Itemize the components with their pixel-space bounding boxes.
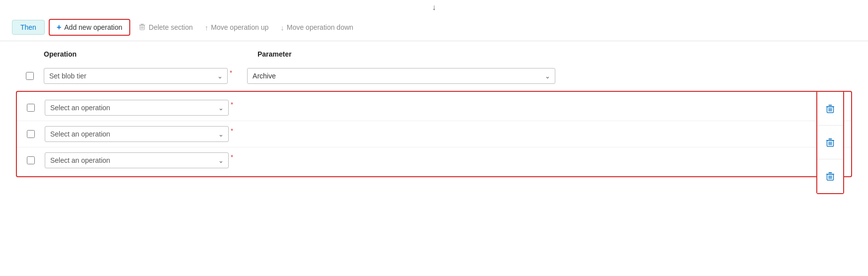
row-1-checkbox[interactable] [26, 72, 34, 80]
row-3-operation-select-container: Select an operation Set blob tier Delete… [45, 126, 229, 142]
move-up-button[interactable]: ↑ Move operation up [201, 21, 272, 34]
add-operation-button[interactable]: + Add new operation [49, 19, 130, 36]
col-parameter-header: Parameter [258, 50, 292, 58]
column-headers: Operation Parameter [16, 50, 852, 63]
page-wrapper: ↓ Then + Add new operation Delete sectio… [0, 0, 868, 276]
row-2-operation-select[interactable]: Select an operation Set blob tier Delete… [45, 100, 229, 116]
arrow-down-icon: ↓ [280, 23, 284, 32]
move-down-label: Move operation down [287, 23, 353, 31]
row-2-checkbox[interactable] [27, 104, 35, 112]
svg-rect-7 [829, 105, 832, 106]
add-operation-label: Add new operation [64, 23, 122, 31]
operation-row-2: Select an operation Set blob tier Delete… [17, 95, 851, 121]
delete-section-button[interactable]: Delete section [134, 21, 197, 34]
row-1-operation-select[interactable]: Set blob tier [44, 68, 228, 84]
down-arrow-icon: ↓ [432, 3, 436, 12]
operation-row-4: Select an operation Set blob tier Delete… [17, 147, 851, 173]
row-4-operation-select[interactable]: Select an operation Set blob tier Delete… [45, 152, 229, 168]
move-up-label: Move operation up [211, 23, 268, 31]
row-3-checkbox[interactable] [27, 130, 35, 138]
row-3-checkbox-cell [17, 130, 45, 138]
delete-row-4-button[interactable] [817, 159, 843, 193]
delete-row-3-button[interactable] [817, 126, 843, 159]
row-3-required-star: * [231, 127, 233, 135]
arrow-up-icon: ↑ [205, 23, 209, 32]
row-1-required-star: * [230, 69, 232, 76]
delete-row-2-button[interactable] [817, 92, 843, 126]
row-4-required-star: * [231, 153, 233, 161]
row-4-checkbox-cell [17, 156, 45, 164]
row-1-param-select[interactable]: Archive Cool Hot [247, 68, 555, 84]
delete-row-2-icon [825, 103, 836, 114]
row-2-checkbox-cell [17, 104, 45, 112]
row-4-operation-select-container: Select an operation Set blob tier Delete… [45, 152, 229, 168]
row-1-parameter-cell: Archive Cool Hot ⌄ [247, 68, 852, 84]
row-4-checkbox[interactable] [27, 156, 35, 164]
delete-section-label: Delete section [149, 23, 193, 31]
plus-icon: + [57, 23, 61, 32]
move-down-button[interactable]: ↓ Move operation down [276, 21, 357, 34]
row-2-required-star: * [231, 101, 233, 108]
row-1-param-select-container: Archive Cool Hot ⌄ [247, 68, 555, 84]
trash-icon [138, 23, 146, 32]
delete-buttons-column [816, 91, 844, 194]
col-operation-header: Operation [44, 50, 243, 58]
row-2-operation-select-container: Select an operation Set blob tier Delete… [45, 100, 229, 116]
row-1-operation-select-container: Set blob tier ⌄ [44, 68, 228, 84]
top-arrow: ↓ [0, 0, 868, 14]
outlined-section-wrapper: Select an operation Set blob tier Delete… [16, 91, 852, 177]
delete-row-3-icon [825, 137, 836, 148]
main-content: Operation Parameter Set blob tier ⌄ * Ar… [0, 41, 868, 186]
svg-rect-1 [141, 24, 144, 25]
then-button[interactable]: Then [12, 20, 45, 35]
row-1-checkbox-cell [16, 72, 44, 80]
row-3-operation-select[interactable]: Select an operation Set blob tier Delete… [45, 126, 229, 142]
operation-row-3: Select an operation Set blob tier Delete… [17, 121, 851, 147]
svg-rect-19 [829, 172, 832, 173]
svg-rect-13 [829, 138, 832, 139]
red-outline-section: Select an operation Set blob tier Delete… [16, 91, 852, 177]
operation-row-1: Set blob tier ⌄ * Archive Cool Hot ⌄ [16, 63, 852, 89]
toolbar: Then + Add new operation Delete section … [0, 14, 868, 41]
delete-row-4-icon [825, 171, 836, 182]
